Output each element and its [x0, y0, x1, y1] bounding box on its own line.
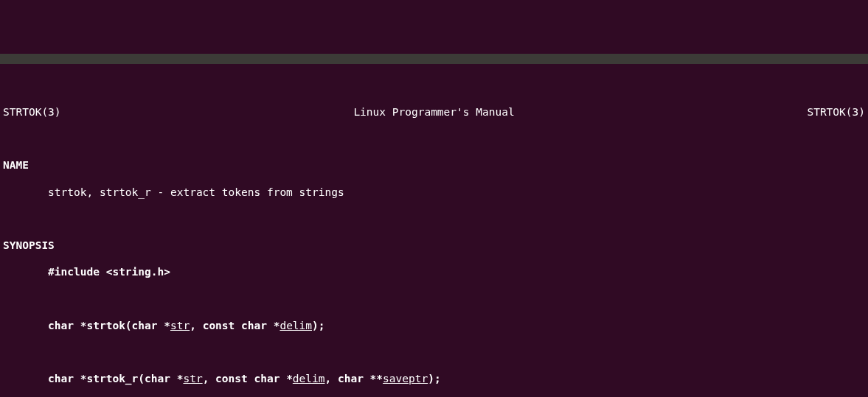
header-right: STRTOK(3) — [807, 105, 865, 119]
blank-line — [3, 212, 865, 225]
synopsis-strtok-r: char *strtok_r(char *str, const char *de… — [3, 372, 865, 385]
name-line: strtok, strtok_r - extract tokens from s… — [3, 186, 865, 199]
header-left: STRTOK(3) — [3, 105, 61, 119]
blank-line — [3, 292, 865, 306]
synopsis-strtok: char *strtok(char *str, const char *deli… — [3, 319, 865, 332]
synopsis-include: #include <string.h> — [3, 265, 865, 278]
titlebar-path: /share/CProj/SplitString — [10, 63, 117, 64]
section-synopsis: SYNOPSIS — [3, 239, 865, 252]
header-center: Linux Programmer's Manual — [353, 105, 514, 119]
blank-line — [3, 345, 865, 359]
section-name: NAME — [3, 158, 865, 172]
manpage-content[interactable]: STRTOK(3)Linux Programmer's ManualSTRTOK… — [0, 91, 868, 397]
window-titlebar: /share/CProj/SplitString 12:3 — [0, 54, 868, 64]
manpage-header: STRTOK(3)Linux Programmer's ManualSTRTOK… — [3, 105, 865, 119]
blank-line — [3, 132, 865, 145]
